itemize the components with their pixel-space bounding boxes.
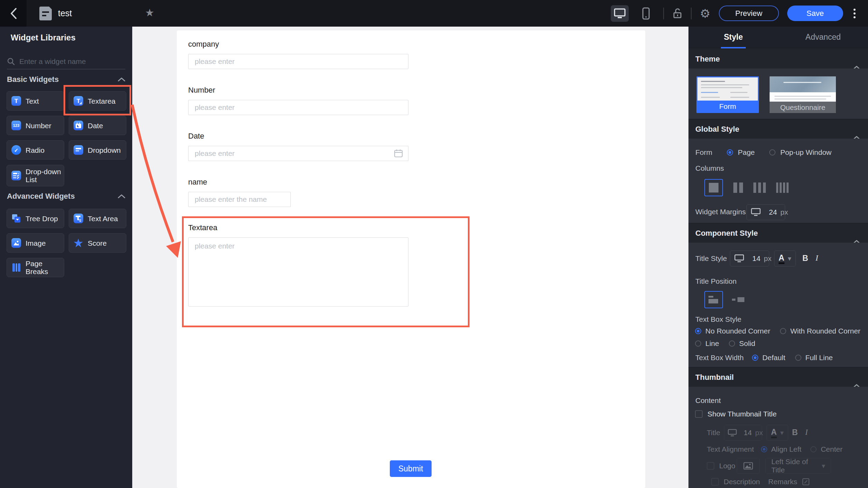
submit-button[interactable]: Submit — [390, 460, 432, 477]
description-label[interactable]: Description — [724, 478, 760, 486]
edit-icon[interactable] — [802, 478, 810, 486]
title-color-dropdown[interactable]: A ▼ — [774, 251, 796, 266]
more-menu-icon[interactable] — [851, 7, 858, 20]
style-panel: Style Advanced Theme Form Questionnaire — [688, 27, 868, 488]
thumbnail-section: Content Show Thumbnail Title Title 14 px… — [688, 387, 868, 488]
date-input[interactable] — [188, 146, 408, 161]
basic-widgets-header[interactable]: Basic Widgets — [7, 75, 125, 84]
title-position-top-option[interactable] — [704, 291, 723, 308]
dropdown-list-widget-icon — [11, 171, 21, 180]
caret-down-icon: ▼ — [780, 430, 784, 435]
logo-image-button[interactable] — [737, 458, 760, 474]
columns-option-1[interactable] — [704, 179, 723, 196]
widget-search[interactable] — [7, 54, 125, 69]
thumbnail-section-header[interactable]: Thumbnail — [688, 367, 868, 387]
thumbnail-font-size-value[interactable]: 14 px — [740, 425, 766, 440]
widget-card-tree-drop[interactable]: Tree Drop — [7, 209, 64, 228]
radio-page-label[interactable]: Page — [738, 148, 755, 157]
widget-card-text-area[interactable]: Text Area — [69, 209, 126, 228]
theme-section: Form Questionnaire — [688, 68, 868, 119]
columns-option-4[interactable] — [776, 182, 789, 193]
back-button[interactable] — [0, 0, 27, 27]
theme-option-questionnaire[interactable]: Questionnaire — [770, 76, 836, 113]
global-style-section-header[interactable]: Global Style — [688, 119, 868, 139]
tab-style[interactable]: Style — [688, 27, 778, 48]
with-rounded-corner-label[interactable]: With Rounded Corner — [790, 327, 860, 335]
radio-no-rounded-corner[interactable] — [695, 328, 701, 334]
favorite-star-icon[interactable]: ★ — [145, 0, 154, 27]
lock-button[interactable] — [672, 8, 683, 19]
logo-position-dropdown[interactable]: Left Side of Title ▼ — [765, 458, 831, 474]
widget-card-page-breaks[interactable]: Page Breaks — [7, 258, 64, 277]
widget-margins-control[interactable]: 24 px — [746, 204, 785, 220]
title-font-size-control[interactable]: 14 px — [730, 251, 769, 266]
caret-down-icon: ▼ — [822, 463, 825, 469]
description-checkbox[interactable] — [711, 478, 719, 486]
radio-default-width[interactable] — [752, 355, 758, 361]
radio-full-line[interactable] — [795, 355, 801, 361]
widget-search-input[interactable] — [19, 57, 116, 66]
center-label[interactable]: Center — [821, 445, 842, 453]
thumbnail-italic-button[interactable]: I — [805, 428, 808, 437]
widget-margins-value[interactable]: 24 px — [765, 205, 792, 220]
company-input[interactable] — [188, 54, 408, 69]
radio-line[interactable] — [695, 340, 701, 347]
columns-option-2[interactable] — [733, 182, 743, 193]
number-input[interactable] — [188, 100, 408, 115]
radio-with-rounded-corner[interactable] — [780, 328, 786, 334]
field-label-date: Date — [188, 132, 204, 141]
widget-card-number[interactable]: 123 Number — [7, 116, 64, 135]
widget-card-radio[interactable]: ✓ Radio — [7, 140, 64, 160]
solid-label[interactable]: Solid — [739, 339, 755, 348]
mobile-view-button[interactable] — [637, 5, 655, 22]
logo-label[interactable]: Logo — [719, 462, 735, 470]
show-thumbnail-title-checkbox[interactable] — [695, 410, 703, 418]
widget-card-dropdown-list[interactable]: Drop-down List — [7, 165, 64, 186]
save-button[interactable]: Save — [787, 6, 843, 21]
component-style-section-header[interactable]: Component Style — [688, 223, 868, 243]
title-font-size-value[interactable]: 14 px — [748, 251, 776, 266]
widget-card-score[interactable]: ★ Score — [69, 233, 126, 253]
settings-gear-icon[interactable]: ⚙ — [700, 8, 710, 19]
thumbnail-color-dropdown[interactable]: A ▼ — [766, 425, 788, 441]
widget-card-textarea[interactable]: T Textarea — [69, 91, 126, 111]
widget-card-image[interactable]: Image — [7, 233, 64, 253]
show-thumbnail-title-label[interactable]: Show Thumbnail Title — [707, 410, 777, 418]
radio-solid[interactable] — [729, 340, 735, 347]
name-input[interactable] — [188, 192, 291, 207]
widget-card-date[interactable]: Date — [69, 116, 126, 135]
align-left-label[interactable]: Align Left — [771, 445, 802, 453]
widget-card-dropdown[interactable]: Dropdown — [69, 140, 126, 160]
radio-align-left[interactable] — [761, 446, 767, 452]
widget-card-text[interactable]: T Text — [7, 91, 64, 111]
default-width-label[interactable]: Default — [762, 354, 785, 362]
no-rounded-corner-label[interactable]: No Rounded Corner — [705, 327, 770, 335]
preview-button[interactable]: Preview — [719, 6, 779, 21]
textarea-input[interactable] — [188, 237, 408, 307]
form-card: company Number Date name Textarea Submit — [177, 30, 645, 488]
tab-advanced[interactable]: Advanced — [778, 27, 868, 48]
radio-popup-window[interactable] — [769, 149, 775, 156]
columns-option-3[interactable] — [753, 182, 766, 193]
component-style-section: Title Style 14 px A ▼ B I Title Position — [688, 243, 868, 367]
field-label-textarea: Textarea — [188, 223, 217, 232]
thumbnail-bold-button[interactable]: B — [792, 428, 798, 437]
theme-section-header[interactable]: Theme — [688, 49, 868, 68]
italic-button[interactable]: I — [816, 254, 818, 263]
advanced-widgets-header[interactable]: Advanced Widgets — [7, 192, 125, 201]
thumbnail-title-label: Title — [707, 429, 720, 437]
bold-button[interactable]: B — [802, 254, 808, 263]
logo-checkbox[interactable] — [707, 462, 714, 470]
calendar-icon[interactable] — [394, 149, 403, 159]
theme-option-form[interactable]: Form — [696, 76, 759, 113]
radio-page[interactable] — [727, 149, 733, 156]
radio-center[interactable] — [810, 446, 817, 452]
full-line-label[interactable]: Full Line — [806, 354, 833, 362]
title-position-left-option[interactable] — [732, 297, 744, 302]
line-label[interactable]: Line — [705, 339, 719, 348]
remarks-label[interactable]: Remarks — [768, 478, 797, 486]
thumbnail-font-size-control[interactable]: 14 px — [724, 425, 762, 441]
desktop-view-button[interactable] — [611, 5, 629, 22]
theme-form-label: Form — [697, 101, 758, 112]
radio-popup-label[interactable]: Pop-up Window — [780, 148, 831, 157]
